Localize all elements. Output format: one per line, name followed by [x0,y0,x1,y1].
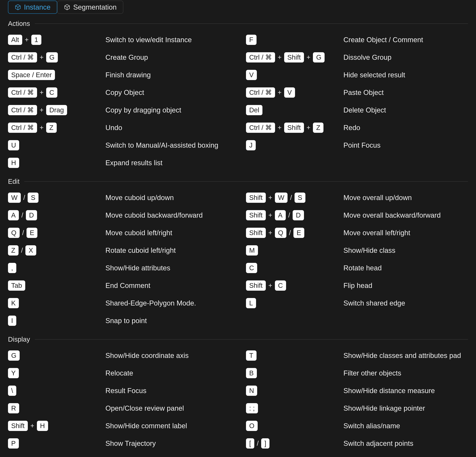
shortcut-row: GShow/Hide coordinate axisTShow/Hide cla… [8,347,468,364]
shortcut-description: Flip head [343,282,468,290]
keycap: E [293,228,304,238]
keycap: V [284,87,295,98]
tab-bar: Instance Segmentation [8,0,468,14]
key-separator: + [306,124,311,131]
shortcut-description: Show/Hide class [343,246,468,254]
keycap: E [26,228,37,238]
keycap: Ctrl / ⌘ [246,52,275,63]
key-separator: / [288,211,290,219]
keycap: J [246,140,256,151]
key-combo: U [8,140,105,151]
section-rows: W/SMove cuboid up/downShift+W/SMove over… [8,189,468,329]
key-separator: / [22,229,25,237]
key-separator: + [268,282,273,289]
shortcut-description: Snap to point [105,317,246,325]
shortcut-description: Copy by dragging object [105,106,246,114]
keycap: D [26,210,37,221]
shortcut-description: Create Group [105,53,246,61]
shortcut-description: Point Focus [343,141,468,149]
key-separator: + [30,422,35,430]
key-combo: Ctrl / ⌘+G [8,52,105,63]
keycap: U [8,140,19,151]
shortcut-sections: ActionsAlt+1Switch to view/edit Instance… [8,20,468,452]
keycap: Ctrl / ⌘ [246,122,275,133]
key-separator: + [268,229,273,237]
key-separator: / [23,194,26,201]
shortcut-description: Dissolve Group [343,53,468,61]
shortcut-description: Rotate head [343,264,468,272]
shortcut-description: Show Trajectory [105,440,246,448]
shortcut-row: TabEnd CommentShift+CFlip head [8,277,468,294]
shortcut-row: ,Show/Hide attributesCRotate head [8,259,468,277]
shortcut-row: Alt+1Switch to view/edit InstanceFCreate… [8,31,468,49]
shortcut-description: End Comment [105,282,246,290]
keycap: A [8,210,19,221]
key-combo: R [8,403,105,414]
key-combo: [/] [246,438,343,449]
shortcut-description: Move overall up/down [343,194,468,202]
keycap: Shift [246,228,266,238]
key-combo: \ [8,386,105,396]
keycap: Shift [246,280,266,291]
key-separator: + [39,53,44,61]
keycap: G [46,52,58,63]
keycap: Ctrl / ⌘ [8,105,37,115]
section-header: Actions [8,20,468,27]
shortcut-description: Redo [343,124,468,132]
shortcut-description: Hide selected result [343,71,468,79]
shortcut-description: Paste Object [343,88,468,96]
keycap: C [46,87,57,98]
keycap: N [246,386,257,396]
keycap: A [275,210,286,221]
tab-instance[interactable]: Instance [8,1,57,14]
key-combo: Alt+1 [8,35,105,45]
key-separator: / [290,194,292,201]
keycap: Drag [46,105,67,115]
shortcut-description: Open/Close review panel [105,404,246,412]
shortcut-row: \Result FocusNShow/Hide distance measure [8,382,468,399]
shortcut-row: Z/XRotate cuboid left/rightMShow/Hide cl… [8,241,468,259]
keycap: Ctrl / ⌘ [8,122,37,133]
key-separator: + [39,89,44,96]
keycap: Shift [246,193,266,203]
shortcut-description: Move cuboid up/down [105,194,246,202]
shortcut-description: Delete Object [343,106,468,114]
shortcut-description: Undo [105,124,246,132]
section-title: Display [8,336,30,343]
divider [35,339,468,340]
key-separator: + [268,211,273,219]
section-title: Edit [8,178,19,185]
section-title: Actions [8,20,30,27]
keycap: I [8,316,16,326]
shortcut-row: Ctrl / ⌘+DragCopy by dragging objectDelD… [8,101,468,119]
keycap: Ctrl / ⌘ [246,87,275,98]
keycap: ] [261,438,270,449]
key-combo: A/D [8,210,105,221]
divider [24,181,468,182]
keycap: [ [246,438,254,449]
key-combo: , [8,263,105,273]
tab-segmentation[interactable]: Segmentation [57,1,123,14]
shortcut-description: Rotate cuboid left/right [105,246,246,254]
shortcut-description: Show/Hide linkage pointer [343,404,468,412]
key-combo: Shift+A/D [246,210,343,221]
shortcut-row: Ctrl / ⌘+ZUndoCtrl / ⌘+Shift+ZRedo [8,119,468,137]
shortcut-description: Move overall left/right [343,229,468,237]
key-separator: + [39,124,44,131]
key-combo: Ctrl / ⌘+Drag [8,105,105,115]
key-combo: P [8,438,105,449]
key-separator: / [289,229,291,237]
key-separator: + [277,53,282,61]
shortcut-description: Switch to view/edit Instance [105,36,246,44]
key-combo: K [8,298,105,308]
key-combo: Tab [8,280,105,291]
shortcut-description: Show/Hide distance measure [343,387,468,395]
keycap: W [8,193,21,203]
key-separator: / [256,440,259,447]
key-combo: J [246,140,343,151]
key-combo: C [246,263,343,273]
shortcut-row: A/DMove cuboid backward/forwardShift+A/D… [8,207,468,224]
shortcut-description: Relocate [105,369,246,377]
key-combo: Z/X [8,245,105,256]
keycap: P [8,438,19,449]
